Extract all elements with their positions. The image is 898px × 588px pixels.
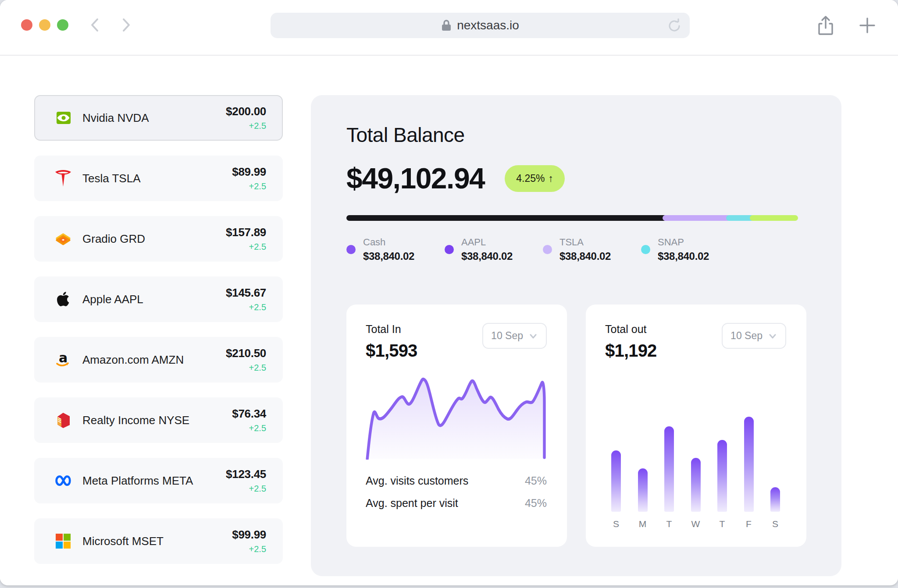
zoom-button[interactable] xyxy=(57,19,68,31)
stock-change: +2.5 xyxy=(226,363,266,373)
legend-label: AAPL xyxy=(461,237,513,248)
bar xyxy=(664,426,674,512)
chevron-down-icon xyxy=(768,331,777,341)
balance-title: Total Balance xyxy=(346,123,811,147)
stock-change: +2.5 xyxy=(232,423,266,433)
allocation-segment xyxy=(346,215,667,221)
close-button[interactable] xyxy=(21,19,32,31)
apple-logo-icon xyxy=(53,290,73,309)
stock-change: +2.5 xyxy=(226,484,266,494)
stock-price: $157.89 xyxy=(226,226,266,239)
stock-name: Tesla TSLA xyxy=(82,172,140,185)
balance-change-badge: 4.25% ↑ xyxy=(505,165,565,192)
stat-value: 45% xyxy=(525,475,547,487)
stock-row-meta[interactable]: Meta Platforms META $123.45 +2.5 xyxy=(34,458,283,503)
svg-text:a: a xyxy=(59,350,68,365)
bar xyxy=(691,458,701,512)
meta-logo-icon xyxy=(53,471,73,490)
stock-price: $99.99 xyxy=(232,528,266,542)
stock-name: Apple AAPL xyxy=(82,293,143,306)
legend-item-aapl: AAPL $38,840.02 xyxy=(445,237,543,262)
snap-dot-icon xyxy=(641,245,650,254)
legend-item-cash: Cash $38,840.02 xyxy=(346,237,445,262)
realty-income-logo-icon xyxy=(53,411,73,430)
forward-chevron-icon[interactable] xyxy=(117,16,135,34)
stock-row-realty-income[interactable]: Realty Income NYSE $76.34 +2.5 xyxy=(34,397,283,443)
gradio-logo-icon xyxy=(53,229,73,248)
legend-label: TSLA xyxy=(559,237,611,248)
new-tab-plus-icon[interactable] xyxy=(858,16,877,35)
stock-price: $145.67 xyxy=(226,286,266,300)
balance-panel: Total Balance $49,102.94 4.25% ↑ Cash $3… xyxy=(311,95,841,576)
stat-value: 45% xyxy=(525,497,547,510)
stock-row-apple[interactable]: Apple AAPL $145.67 +2.5 xyxy=(34,276,283,322)
total-out-amount: $1,192 xyxy=(605,341,657,361)
bar-label: T xyxy=(666,519,672,529)
stock-row-microsoft[interactable]: Microsoft MSET $99.99 +2.5 xyxy=(34,518,283,564)
bar xyxy=(717,440,727,512)
chevron-down-icon xyxy=(528,331,538,341)
bar xyxy=(611,450,621,512)
stock-row-gradio[interactable]: Gradio GRD $157.89 +2.5 xyxy=(34,216,283,262)
stat-row-spent: Avg. spent per visit 45% xyxy=(366,497,547,510)
legend-value: $38,840.02 xyxy=(363,250,414,262)
legend-value: $38,840.02 xyxy=(461,250,513,262)
stock-price: $210.50 xyxy=(226,347,266,360)
bar xyxy=(638,468,648,512)
allocation-segment xyxy=(663,215,731,221)
legend-item-snap: SNAP $38,840.02 xyxy=(641,237,739,262)
url-bar[interactable]: nextsaas.io xyxy=(271,13,690,38)
browser-window: nextsaas.io Nvidia NVDA xyxy=(0,0,898,585)
balance-amount: $49,102.94 xyxy=(346,162,485,195)
stock-price: $89.99 xyxy=(232,165,266,179)
stock-list: Nvidia NVDA $200.00 +2.5 Tesla TSLA $89.… xyxy=(34,95,283,564)
stat-row-visits: Avg. visits customers 45% xyxy=(366,475,547,487)
share-icon[interactable] xyxy=(816,15,835,36)
traffic-lights xyxy=(21,19,68,31)
period-value: 10 Sep xyxy=(491,330,523,342)
bar-label: S xyxy=(613,519,619,529)
period-value: 10 Sep xyxy=(731,330,763,342)
legend-item-tsla: TSLA $38,840.02 xyxy=(543,237,641,262)
url-text: nextsaas.io xyxy=(457,18,519,32)
total-in-amount: $1,593 xyxy=(366,341,417,361)
stat-label: Avg. spent per visit xyxy=(366,497,458,510)
stock-name: Realty Income NYSE xyxy=(82,414,189,427)
stock-row-amazon[interactable]: a Amazon.com AMZN $210.50 +2.5 xyxy=(34,337,283,383)
lock-icon xyxy=(441,19,452,32)
stock-price: $200.00 xyxy=(226,105,266,118)
stock-row-tesla[interactable]: Tesla TSLA $89.99 +2.5 xyxy=(34,156,283,201)
minimize-button[interactable] xyxy=(39,19,50,31)
stock-change: +2.5 xyxy=(226,302,266,312)
total-in-period-dropdown[interactable]: 10 Sep xyxy=(482,323,547,349)
total-out-title: Total out xyxy=(605,323,657,336)
legend-value: $38,840.02 xyxy=(658,250,709,262)
balance-legend: Cash $38,840.02 AAPL $38,840.02 TSLA $38… xyxy=(346,237,811,262)
reload-icon[interactable] xyxy=(666,18,683,34)
stat-label: Avg. visits customers xyxy=(366,475,468,487)
total-out-period-dropdown[interactable]: 10 Sep xyxy=(722,323,786,349)
back-chevron-icon[interactable] xyxy=(86,16,104,34)
bar xyxy=(770,487,780,512)
stock-price: $76.34 xyxy=(232,407,266,421)
stock-name: Microsoft MSET xyxy=(82,535,164,548)
legend-value: $38,840.02 xyxy=(559,250,611,262)
stock-price: $123.45 xyxy=(226,468,266,481)
total-in-card: Total In $1,593 10 Sep xyxy=(346,305,567,547)
arrow-up-icon: ↑ xyxy=(549,173,554,184)
stock-name: Nvidia NVDA xyxy=(82,111,149,125)
stock-change: +2.5 xyxy=(226,121,266,131)
stock-change: +2.5 xyxy=(232,544,266,554)
badge-percent: 4.25% xyxy=(516,173,545,184)
browser-topbar: nextsaas.io xyxy=(0,0,898,56)
total-in-title: Total In xyxy=(366,323,417,336)
bar-label: S xyxy=(772,519,778,529)
stock-name: Gradio GRD xyxy=(82,232,145,246)
stock-name: Amazon.com AMZN xyxy=(82,353,184,367)
bar-label: T xyxy=(720,519,725,529)
bar-label: F xyxy=(746,519,752,529)
stock-row-nvidia[interactable]: Nvidia NVDA $200.00 +2.5 xyxy=(34,95,283,141)
total-in-area-chart xyxy=(366,367,547,460)
stock-change: +2.5 xyxy=(226,242,266,252)
bar xyxy=(744,417,754,512)
